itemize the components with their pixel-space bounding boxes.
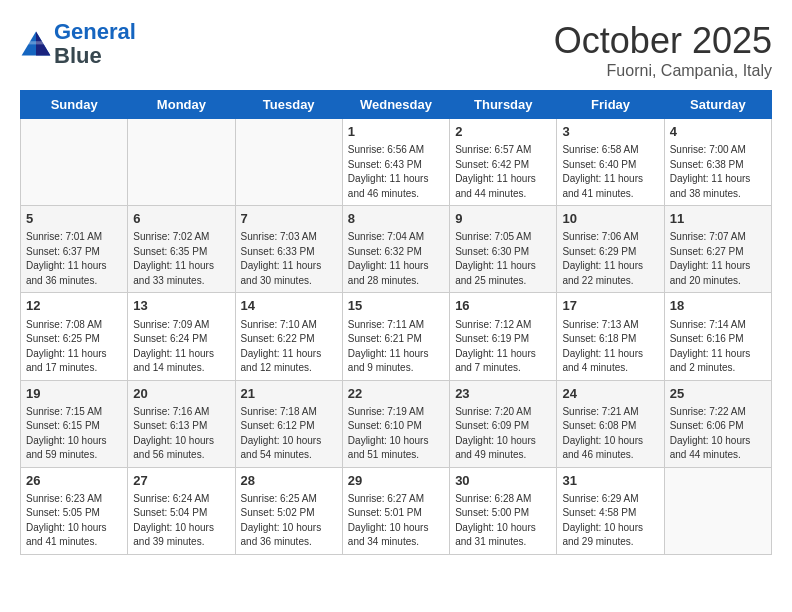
- day-info: Sunrise: 7:10 AM Sunset: 6:22 PM Dayligh…: [241, 318, 337, 376]
- day-number: 30: [455, 472, 551, 490]
- calendar-day-cell: 22Sunrise: 7:19 AM Sunset: 6:10 PM Dayli…: [342, 380, 449, 467]
- calendar-day-cell: 3Sunrise: 6:58 AM Sunset: 6:40 PM Daylig…: [557, 119, 664, 206]
- calendar-day-cell: 27Sunrise: 6:24 AM Sunset: 5:04 PM Dayli…: [128, 467, 235, 554]
- calendar-day-cell: 2Sunrise: 6:57 AM Sunset: 6:42 PM Daylig…: [450, 119, 557, 206]
- calendar-day-cell: 21Sunrise: 7:18 AM Sunset: 6:12 PM Dayli…: [235, 380, 342, 467]
- weekday-header-wednesday: Wednesday: [342, 91, 449, 119]
- day-number: 21: [241, 385, 337, 403]
- day-number: 1: [348, 123, 444, 141]
- calendar-week-row: 1Sunrise: 6:56 AM Sunset: 6:43 PM Daylig…: [21, 119, 772, 206]
- day-info: Sunrise: 6:56 AM Sunset: 6:43 PM Dayligh…: [348, 143, 444, 201]
- calendar-week-row: 19Sunrise: 7:15 AM Sunset: 6:15 PM Dayli…: [21, 380, 772, 467]
- empty-cell: [664, 467, 771, 554]
- calendar-day-cell: 13Sunrise: 7:09 AM Sunset: 6:24 PM Dayli…: [128, 293, 235, 380]
- day-info: Sunrise: 6:28 AM Sunset: 5:00 PM Dayligh…: [455, 492, 551, 550]
- day-number: 31: [562, 472, 658, 490]
- day-number: 14: [241, 297, 337, 315]
- calendar-day-cell: 15Sunrise: 7:11 AM Sunset: 6:21 PM Dayli…: [342, 293, 449, 380]
- day-info: Sunrise: 7:14 AM Sunset: 6:16 PM Dayligh…: [670, 318, 766, 376]
- day-number: 8: [348, 210, 444, 228]
- day-info: Sunrise: 6:24 AM Sunset: 5:04 PM Dayligh…: [133, 492, 229, 550]
- calendar-day-cell: 9Sunrise: 7:05 AM Sunset: 6:30 PM Daylig…: [450, 206, 557, 293]
- day-info: Sunrise: 7:01 AM Sunset: 6:37 PM Dayligh…: [26, 230, 122, 288]
- calendar-day-cell: 17Sunrise: 7:13 AM Sunset: 6:18 PM Dayli…: [557, 293, 664, 380]
- calendar-day-cell: 23Sunrise: 7:20 AM Sunset: 6:09 PM Dayli…: [450, 380, 557, 467]
- day-number: 24: [562, 385, 658, 403]
- weekday-header-monday: Monday: [128, 91, 235, 119]
- day-info: Sunrise: 7:07 AM Sunset: 6:27 PM Dayligh…: [670, 230, 766, 288]
- svg-rect-2: [28, 41, 44, 44]
- calendar-day-cell: 5Sunrise: 7:01 AM Sunset: 6:37 PM Daylig…: [21, 206, 128, 293]
- day-info: Sunrise: 7:03 AM Sunset: 6:33 PM Dayligh…: [241, 230, 337, 288]
- day-number: 10: [562, 210, 658, 228]
- day-info: Sunrise: 7:20 AM Sunset: 6:09 PM Dayligh…: [455, 405, 551, 463]
- logo-icon: [20, 30, 52, 58]
- day-number: 18: [670, 297, 766, 315]
- weekday-header-thursday: Thursday: [450, 91, 557, 119]
- day-info: Sunrise: 7:11 AM Sunset: 6:21 PM Dayligh…: [348, 318, 444, 376]
- weekday-header-tuesday: Tuesday: [235, 91, 342, 119]
- day-number: 3: [562, 123, 658, 141]
- calendar-day-cell: 28Sunrise: 6:25 AM Sunset: 5:02 PM Dayli…: [235, 467, 342, 554]
- day-number: 29: [348, 472, 444, 490]
- day-info: Sunrise: 7:04 AM Sunset: 6:32 PM Dayligh…: [348, 230, 444, 288]
- day-info: Sunrise: 7:19 AM Sunset: 6:10 PM Dayligh…: [348, 405, 444, 463]
- calendar-day-cell: 25Sunrise: 7:22 AM Sunset: 6:06 PM Dayli…: [664, 380, 771, 467]
- weekday-header-sunday: Sunday: [21, 91, 128, 119]
- day-info: Sunrise: 6:25 AM Sunset: 5:02 PM Dayligh…: [241, 492, 337, 550]
- weekday-header-friday: Friday: [557, 91, 664, 119]
- logo: GeneralBlue: [20, 20, 136, 68]
- calendar-day-cell: 12Sunrise: 7:08 AM Sunset: 6:25 PM Dayli…: [21, 293, 128, 380]
- location: Fuorni, Campania, Italy: [554, 62, 772, 80]
- day-number: 6: [133, 210, 229, 228]
- calendar-day-cell: 26Sunrise: 6:23 AM Sunset: 5:05 PM Dayli…: [21, 467, 128, 554]
- weekday-header-row: SundayMondayTuesdayWednesdayThursdayFrid…: [21, 91, 772, 119]
- day-number: 17: [562, 297, 658, 315]
- day-number: 26: [26, 472, 122, 490]
- calendar-day-cell: 6Sunrise: 7:02 AM Sunset: 6:35 PM Daylig…: [128, 206, 235, 293]
- empty-cell: [235, 119, 342, 206]
- month-title: October 2025: [554, 20, 772, 62]
- day-info: Sunrise: 7:02 AM Sunset: 6:35 PM Dayligh…: [133, 230, 229, 288]
- day-number: 28: [241, 472, 337, 490]
- day-number: 13: [133, 297, 229, 315]
- day-info: Sunrise: 7:06 AM Sunset: 6:29 PM Dayligh…: [562, 230, 658, 288]
- day-number: 2: [455, 123, 551, 141]
- calendar-day-cell: 24Sunrise: 7:21 AM Sunset: 6:08 PM Dayli…: [557, 380, 664, 467]
- calendar-day-cell: 19Sunrise: 7:15 AM Sunset: 6:15 PM Dayli…: [21, 380, 128, 467]
- day-info: Sunrise: 6:29 AM Sunset: 4:58 PM Dayligh…: [562, 492, 658, 550]
- day-info: Sunrise: 7:13 AM Sunset: 6:18 PM Dayligh…: [562, 318, 658, 376]
- day-info: Sunrise: 7:00 AM Sunset: 6:38 PM Dayligh…: [670, 143, 766, 201]
- weekday-header-saturday: Saturday: [664, 91, 771, 119]
- empty-cell: [128, 119, 235, 206]
- calendar-day-cell: 8Sunrise: 7:04 AM Sunset: 6:32 PM Daylig…: [342, 206, 449, 293]
- day-number: 7: [241, 210, 337, 228]
- day-number: 15: [348, 297, 444, 315]
- day-number: 23: [455, 385, 551, 403]
- day-info: Sunrise: 6:58 AM Sunset: 6:40 PM Dayligh…: [562, 143, 658, 201]
- calendar-day-cell: 10Sunrise: 7:06 AM Sunset: 6:29 PM Dayli…: [557, 206, 664, 293]
- day-info: Sunrise: 7:08 AM Sunset: 6:25 PM Dayligh…: [26, 318, 122, 376]
- day-number: 25: [670, 385, 766, 403]
- calendar-day-cell: 1Sunrise: 6:56 AM Sunset: 6:43 PM Daylig…: [342, 119, 449, 206]
- day-info: Sunrise: 6:23 AM Sunset: 5:05 PM Dayligh…: [26, 492, 122, 550]
- day-number: 5: [26, 210, 122, 228]
- calendar-day-cell: 29Sunrise: 6:27 AM Sunset: 5:01 PM Dayli…: [342, 467, 449, 554]
- calendar-day-cell: 11Sunrise: 7:07 AM Sunset: 6:27 PM Dayli…: [664, 206, 771, 293]
- title-block: October 2025 Fuorni, Campania, Italy: [554, 20, 772, 80]
- calendar-week-row: 12Sunrise: 7:08 AM Sunset: 6:25 PM Dayli…: [21, 293, 772, 380]
- day-number: 4: [670, 123, 766, 141]
- day-info: Sunrise: 7:16 AM Sunset: 6:13 PM Dayligh…: [133, 405, 229, 463]
- day-number: 9: [455, 210, 551, 228]
- calendar-day-cell: 20Sunrise: 7:16 AM Sunset: 6:13 PM Dayli…: [128, 380, 235, 467]
- day-info: Sunrise: 6:57 AM Sunset: 6:42 PM Dayligh…: [455, 143, 551, 201]
- day-info: Sunrise: 7:15 AM Sunset: 6:15 PM Dayligh…: [26, 405, 122, 463]
- calendar-day-cell: 16Sunrise: 7:12 AM Sunset: 6:19 PM Dayli…: [450, 293, 557, 380]
- empty-cell: [21, 119, 128, 206]
- day-info: Sunrise: 6:27 AM Sunset: 5:01 PM Dayligh…: [348, 492, 444, 550]
- day-info: Sunrise: 7:09 AM Sunset: 6:24 PM Dayligh…: [133, 318, 229, 376]
- day-number: 19: [26, 385, 122, 403]
- calendar-day-cell: 7Sunrise: 7:03 AM Sunset: 6:33 PM Daylig…: [235, 206, 342, 293]
- day-info: Sunrise: 7:22 AM Sunset: 6:06 PM Dayligh…: [670, 405, 766, 463]
- day-info: Sunrise: 7:18 AM Sunset: 6:12 PM Dayligh…: [241, 405, 337, 463]
